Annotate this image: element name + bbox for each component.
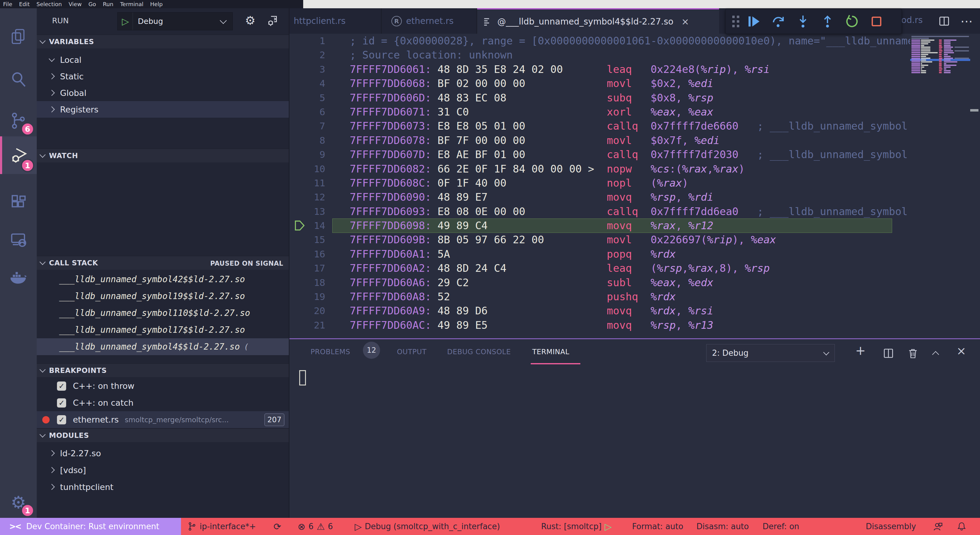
tab-partially-hidden[interactable]: od.rs <box>901 15 923 25</box>
close-panel-icon[interactable]: × <box>956 344 966 358</box>
disassembly-code[interactable]: ; id = {0x00000028}, range = [0x00000000… <box>350 34 910 332</box>
menu-go[interactable]: Go <box>89 1 96 7</box>
disasm-line[interactable]: 7FFFF7DD606D: 48 83 EC 08 subq $0x8, %rs… <box>350 91 910 105</box>
tab-output[interactable]: OUTPUT <box>397 348 426 356</box>
menu-help[interactable]: Help <box>150 1 162 7</box>
terminal-cursor[interactable] <box>299 370 306 385</box>
split-terminal-icon[interactable] <box>883 348 894 359</box>
stack-frame[interactable]: ___lldb_unnamed_symbol17$$ld-2.27.so <box>37 322 289 338</box>
line-number[interactable]: 13 <box>290 204 325 218</box>
problems-status[interactable]: ⊗ 6 ⚠ 6 <box>298 518 333 535</box>
tab-httpclient[interactable]: httpclient.rs <box>290 8 382 34</box>
line-number[interactable]: 20 <box>290 304 325 318</box>
more-actions-icon[interactable]: ⋯ <box>960 14 973 28</box>
step-over-icon[interactable] <box>766 15 791 28</box>
disasm-line[interactable]: ; id = {0x00000028}, range = [0x00000000… <box>350 34 910 48</box>
continue-icon[interactable] <box>742 15 766 28</box>
view-mode-status[interactable]: Disassembly <box>866 518 916 535</box>
variables-section-header[interactable]: VARIABLES <box>37 35 289 48</box>
line-number[interactable]: 1 <box>290 34 325 48</box>
tab-debug-console[interactable]: DEBUG CONSOLE <box>447 348 511 356</box>
step-out-icon[interactable] <box>815 15 840 28</box>
disasm-status[interactable]: Disasm: auto <box>697 518 749 535</box>
stack-frame[interactable]: ___lldb_unnamed_symbol110$$ld-2.27.so <box>37 304 289 322</box>
stop-icon[interactable] <box>864 15 889 28</box>
line-number[interactable]: 11 <box>290 176 325 190</box>
disasm-line[interactable]: 7FFFF7DD6090: 48 89 E7 movq %rsp, %rdi <box>350 190 910 204</box>
settings-gear-icon[interactable]: ⚙ 1 <box>0 486 37 519</box>
explorer-icon[interactable] <box>0 20 37 54</box>
stack-frame-selected[interactable]: ___lldb_unnamed_symbol4$$ld-2.27.so ( <box>37 338 289 355</box>
sync-status[interactable]: ⟳ <box>274 518 281 535</box>
disasm-line[interactable]: ; Source location: unknown <box>350 48 910 62</box>
tab-ethernet[interactable]: R ethernet.rs <box>382 8 477 34</box>
disasm-line[interactable]: 7FFFF7DD6078: BF 7F 00 00 00 movl $0x7f,… <box>350 133 910 147</box>
tab-terminal[interactable]: TERMINAL <box>532 348 569 356</box>
variables-scope-static[interactable]: Static <box>37 68 289 84</box>
disasm-line[interactable]: 7FFFF7DD6093: E8 08 0E 00 00 callq 0x7ff… <box>350 204 910 218</box>
watch-section-header[interactable]: WATCH <box>37 149 289 162</box>
disasm-line[interactable]: 7FFFF7DD60A1: 5A popq %rdx <box>350 247 910 261</box>
disasm-line[interactable]: 7FFFF7DD60A6: 29 C2 subl %eax, %edx <box>350 275 910 290</box>
menu-selection[interactable]: Selection <box>37 1 62 7</box>
call-stack-section-header[interactable]: CALL STACK PAUSED ON SIGNAL <box>37 256 289 270</box>
disasm-line[interactable]: 7FFFF7DD6071: 31 C0 xorl %eax, %eax <box>350 105 910 119</box>
disassembly-editor[interactable]: 123456789101112131415161718192021 ; id =… <box>290 34 980 338</box>
terminal-selector-dropdown[interactable]: 2: Debug <box>706 344 835 362</box>
start-debug-icon[interactable]: ▷ <box>122 16 129 27</box>
line-number[interactable]: 5 <box>290 91 325 105</box>
variables-scope-global[interactable]: Global <box>37 84 289 101</box>
disasm-line[interactable]: 7FFFF7DD607D: E8 AE BF 01 00 callq 0x7ff… <box>350 147 910 161</box>
menu-terminal[interactable]: Terminal <box>120 1 143 7</box>
remote-explorer-icon[interactable] <box>0 223 37 256</box>
breakpoints-section-header[interactable]: BREAKPOINTS <box>37 363 289 377</box>
extensions-icon[interactable] <box>0 186 37 220</box>
disasm-line[interactable]: 7FFFF7DD6061: 48 8D 35 E8 24 02 00 leaq … <box>350 62 910 76</box>
disasm-line[interactable]: 7FFFF7DD6082: 66 2E 0F 1F 84 00 00 00 > … <box>350 162 910 176</box>
disasm-line[interactable]: 7FFFF7DD608C: 0F 1F 40 00 nopl (%rax) <box>350 176 910 190</box>
line-number[interactable]: 10 <box>290 162 325 176</box>
module-row[interactable]: ld-2.27.so <box>37 445 289 462</box>
source-control-icon[interactable]: 6 <box>0 104 37 138</box>
disasm-line[interactable]: 7FFFF7DD60A2: 48 8D 24 C4 leaq (%rsp,%ra… <box>350 261 910 275</box>
line-number[interactable]: 14 <box>290 218 325 232</box>
docker-icon[interactable] <box>0 260 37 294</box>
disasm-line[interactable]: 7FFFF7DD609B: 8B 05 97 66 22 00 movl 0x2… <box>350 232 910 247</box>
line-number[interactable]: 6 <box>290 105 325 119</box>
breakpoint-row[interactable]: ✓ C++: on throw <box>37 377 289 394</box>
feedback-status[interactable] <box>933 518 943 535</box>
variables-scope-local[interactable]: Local <box>37 51 289 68</box>
line-number[interactable]: 7 <box>290 119 325 133</box>
line-number[interactable]: 9 <box>290 147 325 161</box>
disasm-line[interactable]: 7FFFF7DD60A9: 48 89 D6 movq %rdx, %rsi <box>350 304 910 318</box>
stack-frame[interactable]: ___lldb_unnamed_symbol42$$ld-2.27.so <box>37 271 289 288</box>
new-terminal-icon[interactable]: + <box>855 344 866 358</box>
line-number[interactable]: 19 <box>290 290 325 304</box>
disasm-line[interactable]: 7FFFF7DD6068: BF 02 00 00 00 movl $0x2, … <box>350 76 910 91</box>
disasm-line[interactable]: 7FFFF7DD60AC: 49 89 E5 movq %rsp, %r13 <box>350 318 910 332</box>
menu-file[interactable]: File <box>3 1 12 7</box>
line-number[interactable]: 8 <box>290 133 325 147</box>
line-number[interactable]: 21 <box>290 318 325 332</box>
run-and-debug-icon[interactable]: 1 <box>0 136 37 174</box>
checkbox-checked[interactable]: ✓ <box>57 415 66 424</box>
tab-disassembly-active[interactable]: @___lldb_unnamed_symbol4$$ld-2.27.so × <box>477 8 719 34</box>
line-number[interactable]: 16 <box>290 247 325 261</box>
debug-console-icon[interactable] <box>266 14 279 27</box>
breakpoint-row-ethernet[interactable]: ✓ ethernet.rs smoltcp_merge/smoltcp/src.… <box>37 411 289 428</box>
notifications-status[interactable] <box>957 518 967 535</box>
maximize-panel-icon[interactable] <box>932 351 939 358</box>
drag-grip-icon[interactable] <box>732 16 739 27</box>
line-number[interactable]: 2 <box>290 48 325 62</box>
checkbox-checked[interactable]: ✓ <box>57 382 66 391</box>
tab-problems[interactable]: PROBLEMS <box>310 348 350 356</box>
debug-config-status[interactable]: ▷ Debug (smoltcp_with_c_interface) <box>355 518 500 535</box>
line-number[interactable]: 17 <box>290 261 325 275</box>
variables-scope-registers[interactable]: Registers <box>37 101 289 118</box>
menu-run[interactable]: Run <box>103 1 114 7</box>
split-editor-icon[interactable] <box>939 15 950 27</box>
line-number[interactable]: 12 <box>290 190 325 204</box>
minimap[interactable] <box>910 34 970 126</box>
modules-section-header[interactable]: MODULES <box>37 428 289 442</box>
launch-config-dropdown[interactable]: ▷ Debug <box>117 12 233 30</box>
